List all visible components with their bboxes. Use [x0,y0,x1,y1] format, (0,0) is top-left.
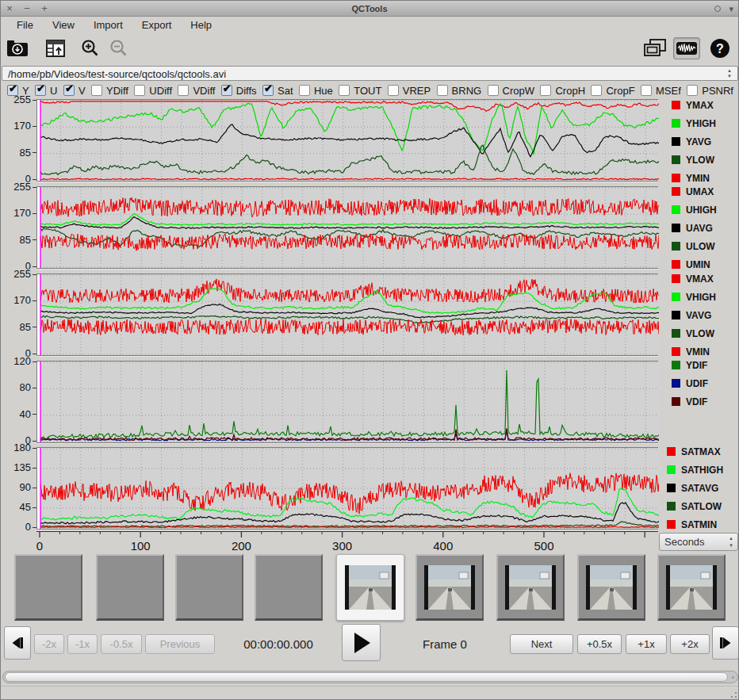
menu-item-view[interactable]: View [44,18,82,32]
rate-plus-05x-button[interactable]: +0.5x [577,634,622,654]
scrollbar-thumb[interactable] [5,672,728,682]
filter-checkbox-cropf[interactable] [591,85,602,96]
rate-minus-1x-button[interactable]: -1x [67,634,98,654]
thumbnail-placeholder[interactable] [255,554,323,621]
rate-minus-2x-button[interactable]: -2x [34,634,64,654]
snapshot-icon[interactable] [6,37,29,59]
plot-u[interactable] [36,186,658,269]
x-tick-label: 100 [131,539,151,553]
filter-diffs[interactable]: Diffs [221,85,257,97]
zoom-out-icon[interactable] [107,37,131,59]
legend-item-sathigh: SATHIGH [667,461,735,479]
filter-checkbox-croph[interactable] [540,85,551,96]
menu-item-file[interactable]: File [9,18,41,32]
thumbnail-frame[interactable] [415,554,484,621]
plot-y[interactable] [36,99,658,182]
next-button[interactable]: Next [510,634,573,654]
jump-end-button[interactable] [712,626,739,660]
legend-swatch [672,397,680,406]
menu-item-import[interactable]: Import [86,18,131,32]
menu-item-help[interactable]: Help [182,18,220,32]
filter-checkbox-msef[interactable] [641,85,652,96]
filter-ydiff[interactable]: YDiff [91,85,128,97]
filter-checkbox-sat[interactable] [262,85,274,96]
legend-swatch [672,329,680,338]
legend-item-satavg: SATAVG [667,479,735,497]
legend-group-1: UMAXUHIGHUAVGULOWUMIN [672,182,739,273]
thumbnail-placeholder[interactable] [175,554,243,621]
shade-icon[interactable]: ▾ [729,4,733,14]
thumbnail-frame[interactable] [657,554,726,621]
filter-checkbox-v[interactable] [63,85,75,96]
plot-v[interactable] [36,273,658,356]
legend-swatch [672,205,680,214]
filter-psnrf[interactable]: PSNRf [687,85,733,97]
filter-checkbox-ydiff[interactable] [91,85,102,96]
filter-v[interactable]: V [63,85,86,97]
resize-grip[interactable] [727,688,738,699]
y-tick-label: 85 [1,147,31,159]
rate-minus-05x-button[interactable]: -0.5x [101,634,142,654]
legend-item-uavg: UAVG [672,219,739,237]
filter-vrep[interactable]: VREP [388,85,431,97]
filter-cropf[interactable]: CropF [591,85,634,97]
filter-hue[interactable]: Hue [299,85,333,97]
menu-item-export[interactable]: Export [134,18,180,32]
help-icon[interactable]: ? [708,37,732,59]
timecode-label: 00:00:00.000 [231,637,326,651]
filter-sat[interactable]: Sat [262,85,293,97]
thumbnail-placeholder[interactable] [14,554,82,621]
previous-button[interactable]: Previous [145,634,215,654]
filter-udiff[interactable]: UDiff [134,85,172,97]
menu-bar: FileViewImportExportHelp [1,17,738,33]
filter-msef[interactable]: MSEf [641,85,681,97]
thumbnail-frame[interactable] [496,554,565,621]
y-tick-label: 85 [1,234,31,246]
plot-sat[interactable] [36,447,658,530]
legend-item-vlow: VLOW [672,324,739,342]
y-tick-label: 135 [1,461,31,473]
restore-icon[interactable] [714,6,721,12]
file-path-input[interactable] [2,66,738,81]
filter-cropw[interactable]: CropW [488,85,534,97]
filter-checkbox-brng[interactable] [437,85,448,96]
legend-swatch [672,187,680,196]
status-bar [1,686,739,700]
jump-start-button[interactable] [4,626,31,660]
filter-checkbox-vrep[interactable] [388,85,399,96]
thumbnail-placeholder[interactable] [96,554,164,621]
graphs-view-icon[interactable] [673,37,700,59]
filter-croph[interactable]: CropH [540,85,585,97]
legend-swatch [672,361,680,369]
filter-checkbox-tout[interactable] [339,85,350,96]
export-table-icon[interactable] [44,37,67,59]
play-button[interactable] [342,624,381,661]
rate-plus-1x-button[interactable]: +1x [626,634,667,654]
filter-checkbox-cropw[interactable] [488,85,499,96]
time-unit-select[interactable]: Seconds ▲▼ [659,533,738,551]
filter-checkbox-diffs[interactable] [221,85,232,96]
plot-diffs[interactable] [36,361,658,443]
legend-group-2: VMAXVHIGHVAVGVLOWVMIN [672,270,739,361]
filter-checkbox-udiff[interactable] [134,85,145,96]
filter-tout[interactable]: TOUT [339,85,381,97]
filter-vdiff[interactable]: VDiff [178,85,215,97]
filter-brng[interactable]: BRNG [437,85,482,97]
filter-label: CropH [555,85,585,97]
path-spinner[interactable]: ▲▼ [724,67,735,80]
thumbnail-frame[interactable] [577,554,645,621]
frames-view-icon[interactable] [643,37,667,59]
legend-swatch [667,484,676,492]
thumbnail-frame[interactable] [336,554,404,621]
filter-checkbox-u[interactable] [35,85,46,96]
filter-u[interactable]: U [35,85,57,97]
filter-checkbox-vdiff[interactable] [178,85,189,96]
x-tick-label: 200 [232,539,251,553]
filter-checkbox-hue[interactable] [299,85,310,96]
legend-item-vhigh: VHIGH [672,288,739,306]
filter-checkbox-psnrf[interactable] [687,85,698,96]
rate-plus-2x-button[interactable]: +2x [670,634,710,654]
filter-label: MSEf [656,85,681,97]
zoom-in-icon[interactable] [78,37,102,59]
horizontal-scrollbar[interactable] [2,671,738,683]
